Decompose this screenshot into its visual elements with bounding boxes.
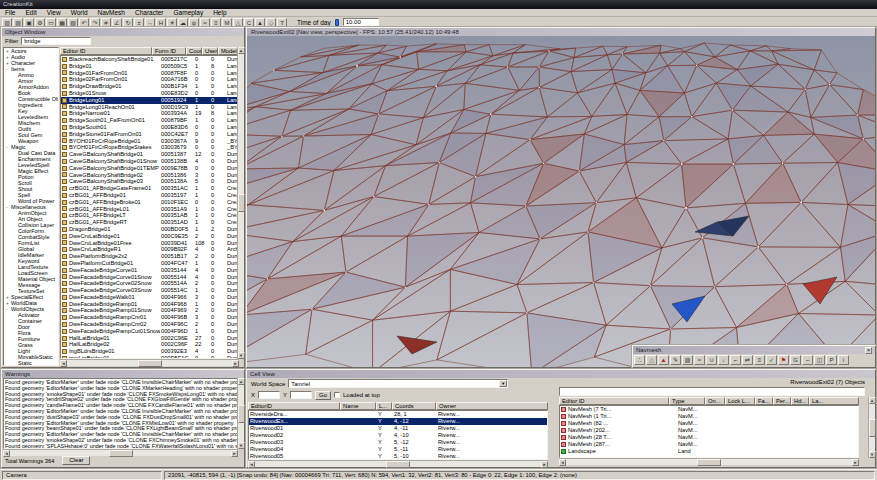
cell-row[interactable]: Riverwood04 Y 5, -11 Riverw...	[249, 446, 547, 453]
menu-item[interactable]: Edit	[20, 9, 41, 17]
column-la[interactable]: La...	[809, 397, 859, 405]
scroll-left-icon[interactable]: ◄	[60, 360, 67, 367]
object-row[interactable]: DwePlatformCutBridge01 0004FC47 1 0 Dung…	[61, 260, 238, 267]
object-list-vertical-scrollbar[interactable]: ▲ ▼	[237, 47, 244, 359]
object-row[interactable]: BridgeNarrow01 0003934A 19 8 Landsc...	[61, 110, 238, 117]
drop-vertex-icon[interactable]: ↓	[718, 355, 729, 365]
render-viewport[interactable]	[247, 36, 875, 367]
vertices-mode-icon[interactable]: ∴	[634, 355, 645, 365]
warnings-vertical-scrollbar[interactable]: ▲ ▼	[237, 378, 244, 449]
object-row[interactable]: DweCrvLatBridge01Free 00039D41 108 0 Dun…	[61, 240, 238, 247]
version-control-icon[interactable]: ▥	[2, 18, 12, 27]
time-of-day-value[interactable]: 10.00	[343, 18, 379, 26]
cell-object-row[interactable]: NavMesh (7 Tri... NavM...	[560, 406, 858, 413]
object-row[interactable]: DwePlatformBridge2x2 00051B17 2 0 Dunge.…	[61, 253, 238, 260]
cell-objects-list[interactable]: NavMesh (7 Tri... NavM... NavMesh (1 Tri…	[559, 405, 859, 458]
x-input[interactable]	[258, 391, 280, 399]
cell-row[interactable]: RiverwoodEx... Y 4, -12 Riverw...	[249, 418, 547, 425]
snap-to-grid-icon[interactable]: #	[101, 18, 111, 27]
menu-item[interactable]: Gameplay	[169, 9, 209, 17]
column-form-id[interactable]: Form ID	[152, 47, 186, 55]
redo-icon[interactable]: ↷	[90, 18, 100, 27]
scroll-left-icon[interactable]: ◄	[559, 459, 566, 466]
scroll-left-icon[interactable]: ◄	[248, 461, 255, 468]
column-editor-id[interactable]: Editor ID	[559, 397, 669, 405]
cell-object-row[interactable]: NavMesh (287... NavM...	[560, 441, 858, 448]
column-count[interactable]: Count	[186, 47, 202, 55]
object-row[interactable]: czBG01_AFFBridgeL01 000351A9 1 0 Creatio…	[61, 206, 238, 213]
render-window-titlebar[interactable]: RiverwoodExt02 [Nav view, perspective] -…	[247, 28, 875, 36]
menu-item[interactable]: World	[66, 9, 93, 17]
object-row[interactable]: DragonBridge01 000BD0F5 1 2 Dunge...	[61, 226, 238, 233]
column-users[interactable]: Users	[202, 47, 218, 55]
object-row[interactable]: DweFacadeBridgeCorve01Snow 00055144 4 0 …	[61, 274, 238, 281]
object-row[interactable]: HallLatBridge01 0002C96E 27 0 Dunge...	[61, 335, 238, 342]
lights-toggle-icon[interactable]: ☀	[167, 18, 177, 27]
snap-to-angle-icon[interactable]: ∠	[112, 18, 122, 27]
sky-toggle-icon[interactable]: ☁	[178, 18, 188, 27]
object-row[interactable]: czBG01_AFBridgeGateFrame01 000351AC 1 0 …	[61, 185, 238, 192]
column-name[interactable]: Name	[340, 402, 376, 410]
menu-item[interactable]: View	[42, 9, 66, 17]
object-row[interactable]: DweCrvLatBridge01 000C9E35 2 0 Dunge...	[61, 233, 238, 240]
isometric-view-icon[interactable]: ◇	[266, 18, 276, 27]
object-row[interactable]: DweFacadeBridgeCorve03Snow 0005514C 1 0 …	[61, 287, 238, 294]
object-row[interactable]: BridgeSouth01_FalFromOn01 000879BF 1 0 L…	[61, 117, 238, 124]
object-row[interactable]: CaveGBalconyShaftBridge02 00051386 3 0 D…	[61, 172, 238, 179]
cell-objects-horizontal-scrollbar[interactable]: ◄ ►	[559, 458, 859, 465]
loaded-at-top-checkbox[interactable]	[334, 392, 340, 398]
grass-toggle-icon[interactable]: ψ	[189, 18, 199, 27]
object-row[interactable]: DweFacadeBridgeWalk01 0004F966 3 0 Dunge…	[61, 294, 238, 301]
object-row[interactable]: IngBLdrsBridge01 000392E3 4 0 Dunge...	[61, 348, 238, 355]
scroll-down-icon[interactable]: ▼	[238, 352, 245, 359]
data-files-icon[interactable]: ▨	[13, 18, 23, 27]
scroll-thumb[interactable]	[697, 459, 721, 466]
merge-vertices-icon[interactable]: ∪	[706, 355, 717, 365]
scroll-thumb[interactable]	[238, 194, 245, 212]
object-row[interactable]: DweFacadeBridgeRampCnr01 0004F96B 3 0 Du…	[61, 314, 238, 321]
world-space-dropdown[interactable]: Tamriel ▼	[288, 379, 508, 388]
scroll-up-icon[interactable]: ▲	[869, 397, 876, 404]
menu-item[interactable]: Character	[130, 9, 169, 17]
filter-input[interactable]	[21, 37, 91, 45]
cell-list-horizontal-scrollbar[interactable]: ◄ ►	[248, 460, 548, 467]
water-flag-icon[interactable]: ~	[802, 355, 813, 365]
movement-speed-icon[interactable]: →	[145, 18, 155, 27]
collision-toggle-icon[interactable]: C	[244, 18, 254, 27]
object-category-tree[interactable]: +Actors+Audio+Character-ItemsAmmoArmorAr…	[3, 47, 59, 366]
navmesh-info-icon[interactable]: i	[838, 355, 849, 365]
cell-object-row[interactable]: NavMesh (202... NavM...	[560, 427, 858, 434]
column-editor-id[interactable]: Editor ID	[60, 47, 152, 55]
warnings-list[interactable]: Found geometry 'EditorMarker' under fade…	[3, 378, 238, 449]
object-row[interactable]: DweFacadeBridgeRamp01Snow 0004F969 2 0 D…	[61, 307, 238, 314]
run-havok-icon[interactable]: H	[156, 18, 166, 27]
object-window-titlebar[interactable]: Object Window	[2, 28, 244, 36]
object-row[interactable]: CaveGBalconyShaftBridge01 00051387 12 0 …	[61, 151, 238, 158]
cell-object-row[interactable]: NavMesh (1 Tri... NavM...	[560, 413, 858, 420]
object-window-icon[interactable]: ▦	[57, 18, 67, 27]
object-row[interactable]: czBG01_AFFBridgeBroke01 0010F1EC 0 0 Cre…	[61, 199, 238, 206]
object-row[interactable]: DweFacadeBridgeRampCnr02 0004F96C 2 0 Du…	[61, 321, 238, 328]
object-row[interactable]: DweFacadeBridgeCorve01 00035144 4 0 Dung…	[61, 267, 238, 274]
object-row[interactable]: Bridge01FarFromOn01 00087F8F 0 0 Landsc.…	[61, 70, 238, 77]
close-icon[interactable]: ×	[865, 347, 872, 354]
scale-icon[interactable]: ±	[134, 18, 144, 27]
cell-row[interactable]: Riverwood01 Y 4, -11 Riverw...	[249, 425, 547, 432]
cell-object-row[interactable]: NavMesh (82 ... NavM...	[560, 420, 858, 427]
undo-icon[interactable]: ↶	[79, 18, 89, 27]
chevron-down-icon[interactable]: ▼	[499, 380, 507, 387]
object-row[interactable]: BridgeDrawBridge01 000B1F34 1 0 Landsc..…	[61, 83, 238, 90]
scroll-up-icon[interactable]: ▲	[238, 378, 245, 385]
door-flag-icon[interactable]: ◫	[814, 355, 825, 365]
cell-view-icon[interactable]: ▧	[68, 18, 78, 27]
object-row[interactable]: CaveGBalconyShaftBridge03 0005138A 5 0 D…	[61, 178, 238, 185]
cell-view-titlebar[interactable]: Cell View	[247, 370, 875, 378]
save-plugin-icon[interactable]: ▣	[24, 18, 34, 27]
y-input[interactable]	[290, 391, 312, 399]
navmesh-toolbar-titlebar[interactable]: Navmesh ×	[633, 346, 875, 354]
triangles-mode-icon[interactable]: ▲	[658, 355, 669, 365]
object-row[interactable]: BridgeStone01FalFromOn01 000C42E7 0 0 La…	[61, 131, 238, 138]
water-toggle-icon[interactable]: ≈	[200, 18, 210, 27]
cell-objects-filter-input[interactable]	[559, 387, 865, 396]
menu-item[interactable]: NavMesh	[93, 9, 130, 17]
